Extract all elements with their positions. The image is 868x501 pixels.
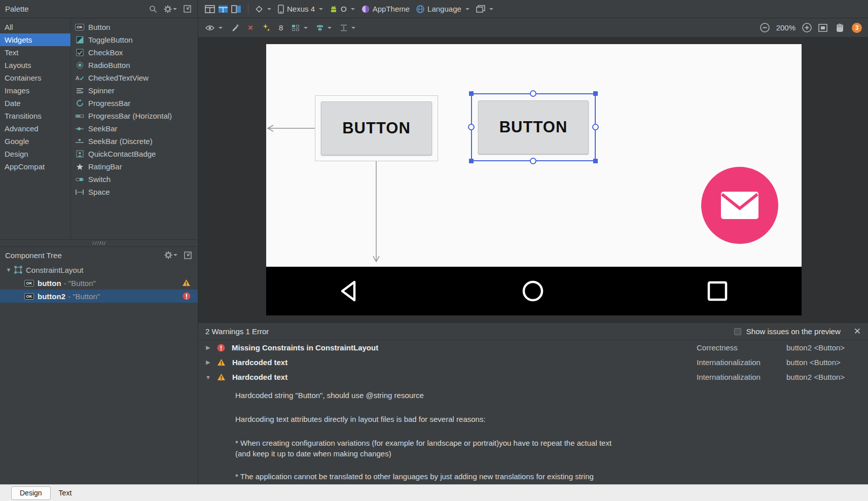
palette-widget-progressbar[interactable]: ProgressBar	[71, 97, 198, 110]
widget-label: ProgressBar (Horizontal)	[88, 112, 172, 120]
design-view-icon[interactable]	[205, 5, 215, 13]
constraint-anchor-right[interactable]	[592, 124, 599, 130]
zoom-to-fit-icon[interactable]	[818, 24, 827, 32]
floating-action-button[interactable]	[701, 167, 778, 244]
collapse-arrow-icon[interactable]: ▼	[4, 267, 13, 273]
button2[interactable]: BUTTON	[478, 100, 589, 154]
blueprint-view-icon[interactable]	[218, 5, 228, 13]
palette-category-design[interactable]: Design	[0, 148, 70, 160]
palette-widget-seekbar-discrete[interactable]: SeekBar (Discrete)	[71, 135, 198, 148]
button2-widget-selected[interactable]: BUTTON	[471, 93, 596, 161]
palette-category-layouts[interactable]: Layouts	[0, 59, 70, 71]
palette-widget-seekbar[interactable]: SeekBar	[71, 122, 198, 135]
pin-panel-icon[interactable]	[184, 252, 192, 259]
palette-widget-checkbox[interactable]: CheckBox	[71, 46, 198, 59]
palette-widget-quickcontactbadge[interactable]: QuickContactBadge	[71, 148, 198, 160]
expand-arrow-icon[interactable]: ▶	[204, 359, 212, 366]
expand-arrow-icon[interactable]: ▶	[204, 344, 212, 351]
pin-panel-icon[interactable]	[184, 5, 191, 13]
constraint-anchor-top[interactable]	[530, 90, 536, 97]
top-toolbar: Palette Nexus 4	[0, 0, 868, 18]
device-selector[interactable]: Nexus 4	[278, 5, 323, 14]
default-margin-value[interactable]: 8	[279, 23, 283, 32]
tab-design[interactable]: Design	[11, 486, 51, 500]
language-selector[interactable]: Language	[416, 5, 469, 13]
close-icon[interactable]: ✕	[854, 326, 861, 337]
palette-category-all[interactable]: All	[0, 21, 70, 33]
infer-constraints-icon[interactable]	[262, 24, 270, 32]
palette-widget-checkedtextview[interactable]: ACheckedTextView	[71, 71, 198, 84]
palette-widget-togglebutton[interactable]: ToggleButton	[71, 33, 198, 46]
pan-hand-icon[interactable]	[834, 22, 845, 33]
palette-category-advanced[interactable]: Advanced	[0, 122, 70, 135]
palette-widget-button[interactable]: OKButton	[71, 21, 198, 33]
palette-widget-spinner[interactable]: Spinner	[71, 84, 198, 97]
palette-category-appcompat[interactable]: AppCompat	[0, 160, 70, 173]
palette-widget-ratingbar[interactable]: RatingBar	[71, 160, 198, 173]
seekbar-icon	[75, 124, 84, 133]
resize-handle-bottom-right[interactable]	[593, 159, 598, 163]
resize-handle-top-right[interactable]	[593, 91, 598, 96]
split-view-icon[interactable]	[231, 5, 241, 13]
constraint-anchor-bottom[interactable]	[530, 158, 536, 164]
tree-item-button2[interactable]: OK button2 - "Button"	[0, 290, 198, 303]
guidelines-selector[interactable]	[340, 24, 355, 31]
clear-constraints-icon[interactable]: ×	[248, 23, 253, 32]
gear-icon[interactable]	[164, 251, 177, 259]
widget-label: CheckBox	[88, 48, 123, 57]
issue-row-missing-constraints[interactable]: ▶ Missing Constraints in ConstraintLayou…	[198, 340, 868, 355]
nav-home-icon[interactable]	[521, 279, 545, 303]
search-icon[interactable]	[149, 5, 157, 13]
palette-category-images[interactable]: Images	[0, 84, 70, 97]
gear-icon[interactable]	[164, 5, 177, 13]
view-options-selector[interactable]	[205, 25, 223, 31]
align-selector[interactable]	[316, 24, 332, 31]
component-tree-panel: Component Tree ▼ ConstraintLayout OK but…	[0, 246, 198, 484]
pack-selector[interactable]	[292, 24, 308, 31]
nav-back-icon[interactable]	[337, 279, 361, 303]
palette-widget-radiobutton[interactable]: RadioButton	[71, 59, 198, 71]
tab-text[interactable]: Text	[51, 486, 80, 500]
theme-selector[interactable]: AppTheme	[361, 5, 410, 13]
render-issues-badge[interactable]: 3	[852, 23, 862, 33]
orientation-selector[interactable]	[255, 5, 271, 13]
panel-splitter[interactable]	[0, 239, 198, 246]
palette-category-transitions[interactable]: Transitions	[0, 110, 70, 122]
collapse-arrow-icon[interactable]: ▼	[204, 374, 212, 380]
resize-handle-bottom-left[interactable]	[469, 159, 474, 163]
variant-selector[interactable]	[476, 5, 493, 13]
issue-row-hardcoded-text-1[interactable]: ▶ Hardcoded text Internationalization bu…	[198, 355, 868, 370]
issue-title: Hardcoded text	[232, 373, 287, 381]
radiobutton-icon	[75, 61, 84, 69]
device-screen[interactable]: BUTTON BUTTON	[266, 44, 802, 267]
palette-widget-space[interactable]: Space	[71, 186, 198, 198]
issue-detail-line: * The application cannot be translated t…	[235, 471, 853, 482]
tree-item-constraintlayout[interactable]: ▼ ConstraintLayout	[0, 263, 198, 276]
api-version-selector[interactable]: O	[330, 5, 355, 13]
palette-category-widgets[interactable]: Widgets	[0, 33, 70, 46]
button1-widget[interactable]: BUTTON	[315, 95, 438, 161]
design-canvas[interactable]: BUTTON BUTTON	[198, 38, 868, 323]
resize-handle-top-left[interactable]	[469, 91, 474, 96]
zoom-out-icon[interactable]	[760, 23, 770, 32]
widget-label: SeekBar (Discrete)	[88, 137, 153, 146]
show-issues-checkbox[interactable]	[734, 328, 741, 335]
nav-recents-icon[interactable]	[705, 279, 730, 303]
button1[interactable]: BUTTON	[321, 101, 432, 155]
constraint-anchor-left[interactable]	[468, 124, 475, 130]
editor-mode-toolbar: Nexus 4 O AppTheme Language	[198, 0, 868, 18]
palette-category-text[interactable]: Text	[0, 46, 70, 59]
palette-category-google[interactable]: Google	[0, 135, 70, 148]
palette-category-date[interactable]: Date	[0, 97, 70, 110]
palette-widget-progressbar-horizontal[interactable]: ProgressBar (Horizontal)	[71, 110, 198, 122]
device-preview: BUTTON BUTTON	[266, 44, 802, 315]
palette-category-containers[interactable]: Containers	[0, 71, 70, 84]
issue-row-hardcoded-text-2[interactable]: ▼ Hardcoded text Internationalization bu…	[198, 370, 868, 384]
zoom-in-icon[interactable]	[802, 23, 812, 32]
checkbox-icon	[75, 48, 84, 57]
palette-widget-switch[interactable]: Switch	[71, 173, 198, 186]
splitter-grip[interactable]	[92, 241, 106, 245]
language-label: Language	[427, 5, 461, 13]
tree-item-button[interactable]: OK button - "Button"	[0, 276, 198, 290]
autoconnect-icon[interactable]	[231, 24, 239, 32]
